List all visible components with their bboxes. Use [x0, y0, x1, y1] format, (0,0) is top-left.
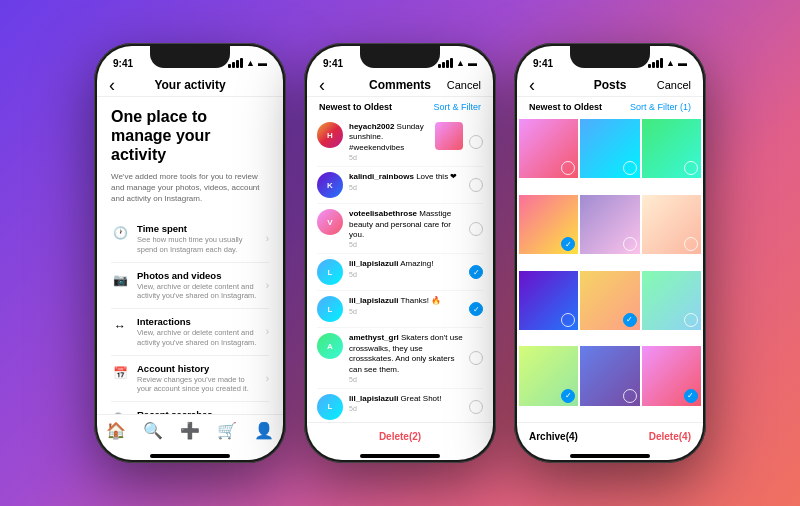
cancel-button-2[interactable]: Cancel: [447, 79, 481, 91]
comment-text-6: amethyst_grl Skaters don't use crosswalk…: [349, 333, 463, 375]
post-check-7[interactable]: [561, 313, 575, 327]
post-check-5[interactable]: [623, 237, 637, 251]
comment-time-5: 5d: [349, 308, 463, 315]
activity-heading: One place to manage your activity: [111, 107, 269, 165]
wifi-icon-3: ▲: [666, 58, 675, 68]
post-cell-7[interactable]: [519, 271, 578, 330]
post-check-10[interactable]: ✓: [561, 389, 575, 403]
avatar-6: A: [317, 333, 343, 359]
check-circle-4[interactable]: ✓: [469, 265, 483, 279]
back-button-2[interactable]: ‹: [319, 75, 325, 96]
nav-title-3: Posts: [594, 78, 627, 92]
status-time-2: 9:41: [323, 58, 343, 69]
check-circle-5[interactable]: ✓: [469, 302, 483, 316]
check-circle-3[interactable]: [469, 222, 483, 236]
post-cell-3[interactable]: [642, 119, 701, 178]
avatar-1: H: [317, 122, 343, 148]
check-circle-2[interactable]: [469, 178, 483, 192]
delete-bar-2: Delete(2): [307, 422, 493, 450]
post-check-1[interactable]: [561, 161, 575, 175]
post-check-4[interactable]: ✓: [561, 237, 575, 251]
comment-item-7[interactable]: L lil_lapislazuli Great Shot! 5d: [317, 389, 483, 422]
post-cell-2[interactable]: [580, 119, 639, 178]
post-cell-5[interactable]: [580, 195, 639, 254]
time-icon: 🕐: [111, 224, 129, 242]
post-cell-11[interactable]: [580, 346, 639, 405]
signal-icon-3: [648, 58, 663, 68]
comment-time-7: 5d: [349, 405, 463, 412]
nav-profile-icon[interactable]: 👤: [254, 421, 274, 440]
post-cell-1[interactable]: [519, 119, 578, 178]
post-check-11[interactable]: [623, 389, 637, 403]
comment-thumb-1: [435, 122, 463, 150]
chevron-photos: ›: [266, 280, 269, 291]
avatar-7: L: [317, 394, 343, 420]
comment-item-6[interactable]: A amethyst_grl Skaters don't use crosswa…: [317, 328, 483, 389]
signal-icon-2: [438, 58, 453, 68]
archive-delete-bar: Archive(4) Delete(4): [517, 422, 703, 450]
activity-screen: One place to manage your activity We've …: [97, 97, 283, 460]
battery-icon: ▬: [258, 58, 267, 68]
chevron-account: ›: [266, 373, 269, 384]
avatar-3: V: [317, 209, 343, 235]
post-cell-6[interactable]: [642, 195, 701, 254]
post-cell-8[interactable]: ✓: [580, 271, 639, 330]
post-check-9[interactable]: [684, 313, 698, 327]
photos-icon: 📷: [111, 271, 129, 289]
delete-button-3[interactable]: Delete(4): [649, 431, 691, 442]
comment-item-3[interactable]: V voteelisabethrose Masstige beauty and …: [317, 204, 483, 254]
post-cell-4[interactable]: ✓: [519, 195, 578, 254]
post-cell-12[interactable]: ✓: [642, 346, 701, 405]
comment-content-7: lil_lapislazuli Great Shot! 5d: [349, 394, 463, 412]
post-cell-10[interactable]: ✓: [519, 346, 578, 405]
comments-list: H heyach2002 Sunday sunshine. #weekendvi…: [307, 117, 493, 422]
chevron-time: ›: [266, 233, 269, 244]
comment-item-4[interactable]: L lil_lapislazuli Amazing! 5d ✓: [317, 254, 483, 291]
comment-text-4: lil_lapislazuli Amazing!: [349, 259, 463, 269]
activity-text-time: Time spent See how much time you usually…: [137, 223, 258, 255]
filter-bar-2: Newest to Oldest Sort & Filter: [307, 97, 493, 117]
back-button-3[interactable]: ‹: [529, 75, 535, 96]
sort-filter-link-2[interactable]: Sort & Filter: [433, 102, 481, 112]
comment-item-1[interactable]: H heyach2002 Sunday sunshine. #weekendvi…: [317, 117, 483, 167]
activity-item-interactions[interactable]: ↔ Interactions View, archive or delete c…: [111, 309, 269, 356]
post-check-2[interactable]: [623, 161, 637, 175]
nav-title-2: Comments: [369, 78, 431, 92]
cancel-button-3[interactable]: Cancel: [657, 79, 691, 91]
activity-item-photos[interactable]: 📷 Photos and videos View, archive or del…: [111, 263, 269, 310]
check-circle-1[interactable]: [469, 135, 483, 149]
nav-shop-icon[interactable]: 🛒: [217, 421, 237, 440]
phone-notch: [150, 46, 230, 68]
sort-filter-link-3[interactable]: Sort & Filter (1): [630, 102, 691, 112]
post-check-3[interactable]: [684, 161, 698, 175]
post-check-8[interactable]: ✓: [623, 313, 637, 327]
post-check-6[interactable]: [684, 237, 698, 251]
activity-item-time[interactable]: 🕐 Time spent See how much time you usual…: [111, 216, 269, 263]
phone-comments: 9:41 ▲ ▬ ‹ Comments Cancel N: [304, 43, 496, 463]
comment-item-2[interactable]: K kalindi_rainbows Love this ❤ 5d: [317, 167, 483, 204]
avatar-5: L: [317, 296, 343, 322]
delete-button-2[interactable]: Delete(2): [379, 431, 421, 442]
phones-container: 9:41 ▲ ▬ ‹ Your activity: [94, 43, 706, 463]
comment-text-2: kalindi_rainbows Love this ❤: [349, 172, 463, 182]
comment-time-1: 5d: [349, 154, 429, 161]
nav-search-icon[interactable]: 🔍: [143, 421, 163, 440]
status-icons-1: ▲ ▬: [228, 58, 267, 68]
nav-home-icon[interactable]: 🏠: [106, 421, 126, 440]
post-check-12[interactable]: ✓: [684, 389, 698, 403]
check-circle-7[interactable]: [469, 400, 483, 414]
bottom-nav: 🏠 🔍 ➕ 🛒 👤: [97, 414, 283, 450]
nav-add-icon[interactable]: ➕: [180, 421, 200, 440]
back-button-1[interactable]: ‹: [109, 75, 115, 96]
archive-button[interactable]: Archive(4): [529, 431, 578, 442]
activity-text-account: Account history Review changes you've ma…: [137, 363, 258, 395]
home-indicator-2: [360, 454, 440, 458]
post-cell-9[interactable]: [642, 271, 701, 330]
phone-activity: 9:41 ▲ ▬ ‹ Your activity: [94, 43, 286, 463]
check-circle-6[interactable]: [469, 351, 483, 365]
comment-item-5[interactable]: L lil_lapislazuli Thanks! 🔥 5d ✓: [317, 291, 483, 328]
activity-item-searches[interactable]: 🔍 Recent searches Review things you've s…: [111, 402, 269, 414]
activity-subtext: We've added more tools for you to review…: [111, 171, 269, 205]
comment-time-4: 5d: [349, 271, 463, 278]
activity-item-account[interactable]: 📅 Account history Review changes you've …: [111, 356, 269, 403]
